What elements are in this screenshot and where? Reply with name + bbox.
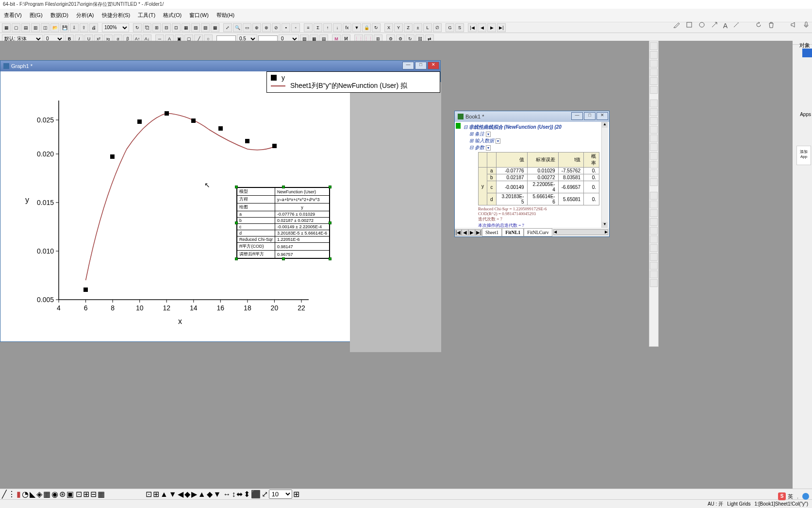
- trash-icon[interactable]: [767, 21, 775, 31]
- tool-icon[interactable]: [650, 126, 658, 134]
- tool-icon[interactable]: [650, 209, 658, 217]
- text-icon[interactable]: A: [723, 22, 728, 30]
- zoom-in-icon[interactable]: 🔍: [233, 23, 242, 32]
- ime-lang-label[interactable]: 英: [788, 493, 793, 500]
- selection-handle[interactable]: [235, 257, 238, 260]
- selection-handle[interactable]: [329, 257, 331, 260]
- object-panel-item[interactable]: [802, 49, 812, 57]
- pie-plot-icon[interactable]: ◔: [22, 490, 29, 499]
- lock-icon[interactable]: 🔒: [362, 23, 371, 32]
- report-params-label[interactable]: 参数: [475, 145, 484, 150]
- data-reader-icon[interactable]: ⊕: [252, 23, 261, 32]
- speaker-icon[interactable]: [790, 21, 797, 31]
- dropdown-icon[interactable]: ▾: [496, 138, 500, 144]
- filter-icon[interactable]: ▼: [352, 23, 361, 32]
- layer-add-icon[interactable]: ⊞: [152, 23, 161, 32]
- bar-plot-icon[interactable]: ▮: [17, 490, 21, 499]
- tool-icon[interactable]: [650, 152, 658, 160]
- stats-icon[interactable]: Σ: [314, 23, 322, 32]
- align-l-icon[interactable]: ◀: [178, 490, 183, 499]
- report-input-label[interactable]: 输入数据: [475, 138, 494, 143]
- arrow-icon[interactable]: [711, 21, 718, 31]
- sort-desc-icon[interactable]: ↓: [333, 23, 342, 32]
- recalc-icon[interactable]: ↻: [372, 23, 381, 32]
- prev-icon[interactable]: ◀: [478, 23, 486, 32]
- tool-icon[interactable]: [650, 60, 658, 68]
- import-icon[interactable]: ⇩: [70, 23, 79, 32]
- ime-sogou-icon[interactable]: S: [778, 492, 786, 500]
- graph-window[interactable]: Graph1 * — □ ✕ 1 0.005 0.010 0.: [0, 60, 441, 342]
- save-icon[interactable]: 💾: [60, 23, 69, 32]
- same-w-icon[interactable]: ⬌: [236, 490, 243, 499]
- snap-icon[interactable]: ⊞: [293, 490, 299, 499]
- graph-maximize-button[interactable]: □: [415, 62, 427, 69]
- ime-punct-icon[interactable]: ，: [795, 493, 800, 500]
- tool-icon[interactable]: [650, 108, 658, 116]
- align-m-icon[interactable]: ◆: [207, 490, 213, 499]
- tool-icon[interactable]: [650, 218, 658, 226]
- tool-icon[interactable]: [650, 51, 658, 59]
- label-icon[interactable]: L: [423, 23, 432, 32]
- z-label-icon[interactable]: Z: [404, 23, 413, 32]
- duplicate-icon[interactable]: ⿻: [143, 23, 151, 32]
- zoom-select[interactable]: 100%: [102, 23, 129, 32]
- tab-nav-first[interactable]: |◀: [455, 229, 462, 236]
- area-plot-icon[interactable]: ◣: [30, 490, 35, 499]
- fit-result-table[interactable]: 模型NewFunction (User) 方程y=a+b*x+c*x^2+d*x…: [236, 187, 330, 259]
- tool-icon[interactable]: [650, 271, 658, 278]
- graph-close-button[interactable]: ✕: [428, 62, 439, 69]
- surface-icon[interactable]: ▦: [43, 490, 50, 499]
- menu-tools[interactable]: 工具(T): [134, 10, 159, 21]
- pencil-icon[interactable]: [673, 21, 680, 31]
- screen-reader-icon[interactable]: ⊗: [262, 23, 271, 32]
- selection-handle[interactable]: [282, 186, 285, 188]
- tool-icon[interactable]: [650, 178, 658, 186]
- selection-handle[interactable]: [282, 257, 285, 260]
- undo-icon[interactable]: [755, 21, 762, 31]
- tool-icon[interactable]: ⊞: [83, 490, 89, 499]
- align-b-icon[interactable]: ▼: [214, 490, 221, 499]
- book-vscrollbar[interactable]: ▲ ▼: [601, 122, 608, 228]
- polar-icon[interactable]: ⊛: [59, 490, 66, 499]
- tab-fitnl1[interactable]: FitNL1: [502, 228, 524, 237]
- refresh-icon[interactable]: ↻: [133, 23, 142, 32]
- selection-handle[interactable]: [329, 186, 331, 188]
- tool-icon[interactable]: [650, 236, 658, 243]
- tool-icon[interactable]: [650, 201, 658, 208]
- book-hscrollbar[interactable]: ◀▶: [553, 229, 608, 235]
- tool-icon[interactable]: [650, 169, 658, 177]
- new-graph-icon[interactable]: ◫: [41, 23, 50, 32]
- next-icon[interactable]: ▶: [487, 23, 496, 32]
- selection-handle[interactable]: [235, 186, 238, 188]
- s-icon[interactable]: S: [455, 23, 464, 32]
- tool-icon[interactable]: [650, 192, 658, 200]
- data-selector-icon[interactable]: ⊘: [272, 23, 281, 32]
- tool-icon[interactable]: ⊡: [76, 490, 82, 499]
- selection-handle[interactable]: [329, 221, 331, 224]
- tool-icon[interactable]: [650, 253, 658, 261]
- dropdown-icon[interactable]: ▾: [486, 132, 491, 137]
- menu-format[interactable]: 格式(O): [159, 10, 185, 21]
- open-icon[interactable]: 📂: [50, 23, 59, 32]
- contour-icon[interactable]: ◉: [51, 490, 58, 499]
- lock-icon[interactable]: [456, 123, 461, 129]
- apps-add-button[interactable]: 添加App: [796, 146, 811, 165]
- mic-icon[interactable]: [802, 21, 810, 31]
- last-icon[interactable]: ▶|: [497, 23, 506, 32]
- tool-icon[interactable]: [650, 100, 658, 107]
- tab-fitnlcurve[interactable]: FitNLCurv: [524, 228, 552, 237]
- tool-icon[interactable]: [650, 262, 658, 270]
- menu-help[interactable]: 帮助(H): [213, 10, 238, 21]
- tool-icon[interactable]: [650, 161, 658, 169]
- selection-handle[interactable]: [235, 221, 238, 224]
- align-r-icon[interactable]: ▶: [191, 490, 197, 499]
- report-notes-label[interactable]: 备注: [475, 131, 484, 136]
- g-icon[interactable]: G: [446, 23, 454, 32]
- front-icon[interactable]: ▲: [160, 490, 168, 499]
- dist-v-icon[interactable]: ↕: [232, 490, 235, 499]
- tool-icon[interactable]: [650, 143, 658, 151]
- tab-nav-prev[interactable]: ◀: [462, 229, 468, 236]
- menu-data[interactable]: 数据(D): [47, 10, 72, 21]
- tool-icon[interactable]: ⊟: [90, 490, 97, 499]
- ime-bar[interactable]: S 英 ，: [778, 492, 809, 500]
